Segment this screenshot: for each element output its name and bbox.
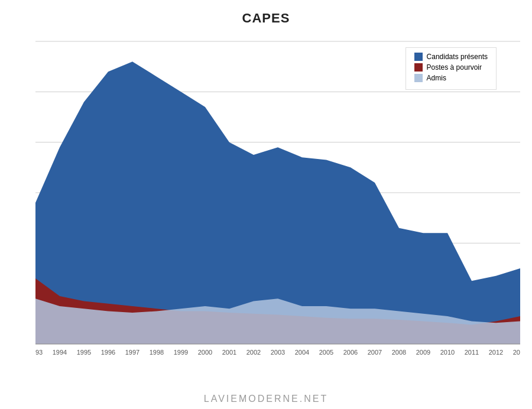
legend-color-postes xyxy=(414,63,423,72)
svg-text:2003: 2003 xyxy=(271,349,285,356)
svg-text:1997: 1997 xyxy=(125,349,140,356)
chart-container: CAPES 010 00020 00030 00040 00050 00060 … xyxy=(0,0,532,409)
svg-text:2005: 2005 xyxy=(319,349,333,356)
svg-text:2011: 2011 xyxy=(465,349,479,356)
svg-text:2002: 2002 xyxy=(246,349,261,356)
svg-text:2010: 2010 xyxy=(440,349,455,356)
legend-label-admis: Admis xyxy=(427,74,446,82)
svg-text:1996: 1996 xyxy=(101,349,115,356)
svg-text:1994: 1994 xyxy=(53,349,67,356)
svg-text:2006: 2006 xyxy=(343,349,358,356)
svg-text:2007: 2007 xyxy=(368,349,382,356)
legend-label-candidats: Candidats présents xyxy=(427,53,488,61)
svg-text:2004: 2004 xyxy=(295,349,309,356)
svg-text:2012: 2012 xyxy=(489,349,503,356)
svg-text:2013: 2013 xyxy=(513,349,520,356)
legend-item-candidats: Candidats présents xyxy=(414,53,488,61)
chart-legend: Candidats présents Postes à pourvoir Adm… xyxy=(406,47,497,90)
svg-text:2009: 2009 xyxy=(416,349,430,356)
chart-title: CAPES xyxy=(0,0,532,26)
svg-text:1998: 1998 xyxy=(150,349,164,356)
legend-label-postes: Postes à pourvoir xyxy=(427,63,482,72)
svg-text:1999: 1999 xyxy=(174,349,188,356)
svg-text:2001: 2001 xyxy=(222,349,236,356)
legend-item-admis: Admis xyxy=(414,74,488,82)
svg-text:2008: 2008 xyxy=(392,349,406,356)
legend-color-candidats xyxy=(414,53,423,61)
legend-item-postes: Postes à pourvoir xyxy=(414,63,488,72)
svg-text:2000: 2000 xyxy=(198,349,212,356)
svg-text:1993: 1993 xyxy=(35,349,43,356)
svg-text:1995: 1995 xyxy=(77,349,91,356)
footer-text: LAVIEMODERNE.NET xyxy=(0,394,532,404)
legend-color-admis xyxy=(414,74,423,82)
